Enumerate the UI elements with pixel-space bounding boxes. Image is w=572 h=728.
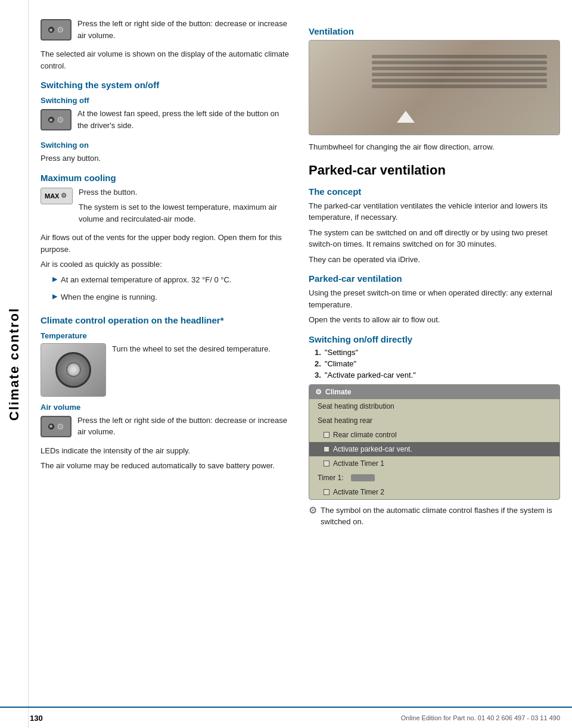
switching-on-text: Press any button. [41, 153, 291, 164]
battery-text: The air volume may be reduced automatica… [41, 460, 291, 472]
vent-line-6 [372, 85, 547, 88]
dial-inner [66, 362, 81, 377]
checkbox-4 [324, 461, 329, 466]
note-row: ⚙ The symbol on the automatic climate co… [309, 505, 560, 531]
vent-line-5 [372, 79, 547, 82]
max-label: MAX [45, 192, 59, 200]
note-symbol: ⚙ [309, 505, 317, 516]
concept-text3: They can be operated via iDrive. [309, 254, 560, 266]
ventilation-caption: Thumbwheel for changing the air flow dir… [309, 141, 560, 153]
air-flows-text: Air flows out of the vents for the upper… [41, 232, 291, 255]
switch-onoff-title: Switching on/off directly [309, 334, 560, 344]
step-1: 1. "Settings" [315, 348, 560, 357]
step-1-text: "Settings" [325, 348, 358, 357]
air-volume-icon-text: Press the left or right side of the butt… [77, 415, 291, 438]
max-cooling-title: Maximum cooling [41, 173, 291, 183]
parked-car-heading: Parked-car ventilation [309, 163, 560, 178]
menu-item-3-text: Activate parked-car vent. [333, 445, 412, 453]
air-volume-intro-text: Press the left or right side of the butt… [77, 18, 291, 41]
ventilation-image [309, 40, 560, 135]
bullet-arrow-1: ▶ [52, 275, 57, 283]
switching-on-subtitle: Switching on [41, 141, 291, 150]
menu-item-4: Activate Timer 1 [309, 456, 559, 471]
parked-vent-title: Parked-car ventilation [309, 273, 560, 284]
vent-arrow-icon [397, 111, 415, 123]
air-volume-intro-row: ⚙ Press the left or right side of the bu… [41, 18, 291, 45]
parked-vent-text2: Open the vents to allow air to flow out. [309, 314, 560, 326]
right-column: Ventilation Thumbwheel for changing the … [303, 12, 572, 728]
gear-icon-3: ⚙ [57, 422, 64, 431]
menu-item-4-text: Activate Timer 1 [333, 459, 384, 468]
gear-icon: ⚙ [57, 25, 64, 35]
air-volume-row: ⚙ Press the left or right side of the bu… [41, 415, 291, 441]
concept-text1: The parked-car ventilation ventilates th… [309, 200, 560, 223]
temperature-subtitle: Temperature [41, 331, 291, 340]
step-2-num: 2. [315, 359, 321, 368]
menu-item-6-text: Activate Timer 2 [333, 488, 384, 496]
bullet-text-2: When the engine is running. [61, 291, 157, 303]
max-button-icon: MAX ⚙ [41, 188, 73, 204]
headliner-section-title: Climate control operation on the headlin… [41, 315, 291, 325]
note-text: The symbol on the automatic climate cont… [321, 505, 560, 528]
step-3: 3. "Activate parked-car vent." [315, 371, 560, 379]
max-cool-text1: Press the button. [79, 186, 291, 198]
checkbox-3 [324, 446, 329, 452]
menu-item-2: Rear climate control [309, 428, 559, 442]
sidebar: Climate control [0, 0, 29, 728]
sidebar-label: Climate control [7, 307, 22, 421]
climate-menu-title: Climate [325, 388, 351, 396]
numbered-list: 1. "Settings" 2. "Climate" 3. "Activate … [315, 348, 560, 379]
selected-air-text: The selected air volume is shown on the … [41, 48, 291, 71]
checkbox-2 [324, 432, 329, 438]
section-switching-title: Switching the system on/off [41, 80, 291, 90]
bullet-text-1: At an external temperature of approx. 32… [61, 274, 231, 286]
left-column: ⚙ Press the left or right side of the bu… [29, 12, 303, 728]
air-volume-subtitle: Air volume [41, 403, 291, 412]
bullet-list: ▶ At an external temperature of approx. … [52, 274, 291, 307]
gear-icon-max: ⚙ [61, 192, 67, 200]
page-number: 130 [30, 714, 43, 723]
temperature-row: Turn the wheel to set the desired temper… [41, 343, 291, 397]
temperature-image [41, 343, 106, 397]
menu-item-0-text: Seat heating distribution [318, 402, 394, 410]
step-2: 2. "Climate" [315, 359, 560, 368]
step-1-num: 1. [315, 348, 321, 357]
bullet-item-2: ▶ When the engine is running. [52, 291, 291, 307]
gear-icon-2: ⚙ [57, 115, 64, 125]
max-cool-text2: The system is set to the lowest temperat… [79, 201, 291, 225]
bullet-item-1: ▶ At an external temperature of approx. … [52, 274, 291, 290]
step-3-text: "Activate parked-car vent." [325, 371, 416, 379]
switching-off-row: ⚙ At the lowest fan speed, press the lef… [41, 108, 291, 135]
air-button-icon: ⚙ [41, 19, 72, 41]
vent-line-4 [372, 73, 547, 76]
temperature-text: Turn the wheel to set the desired temper… [112, 343, 271, 355]
menu-item-6: Activate Timer 2 [309, 485, 559, 499]
timer-field [351, 474, 375, 481]
air-volume-icon: ⚙ [41, 416, 72, 437]
climate-menu-screenshot: ⚙ Climate Seat heating distribution Seat… [309, 384, 560, 500]
concept-text2: The system can be switched on and off di… [309, 227, 560, 250]
menu-item-1: Seat heating rear [309, 413, 559, 428]
step-2-text: "Climate" [325, 359, 356, 368]
menu-item-2-text: Rear climate control [333, 431, 397, 439]
checkbox-6 [324, 489, 329, 495]
switching-off-text: At the lowest fan speed, press the left … [77, 108, 291, 131]
menu-item-5-text: Timer 1: [318, 474, 344, 482]
max-cooling-row: MAX ⚙ Press the button. The system is se… [41, 186, 291, 229]
vent-line-3 [372, 67, 547, 70]
concept-title: The concept [309, 186, 560, 197]
vent-line-1 [372, 55, 547, 58]
vent-line-2 [372, 61, 547, 64]
climate-gear-icon: ⚙ [315, 388, 322, 396]
parked-vent-text1: Using the preset switch-on time or when … [309, 287, 560, 310]
temperature-dial [55, 352, 91, 388]
page-footer: 130 Online Edition for Part no. 01 40 2 … [0, 707, 572, 728]
menu-item-5: Timer 1: [309, 471, 559, 485]
bullet-arrow-2: ▶ [52, 293, 57, 300]
step-3-num: 3. [315, 371, 321, 379]
menu-item-0: Seat heating distribution [309, 399, 559, 413]
menu-item-3[interactable]: Activate parked-car vent. [309, 442, 559, 456]
footer-online-text: Online Edition for Part no. 01 40 2 606 … [401, 714, 560, 721]
air-cooled-text: Air is cooled as quickly as possible: [41, 259, 291, 270]
switch-off-icon: ⚙ [41, 109, 72, 130]
